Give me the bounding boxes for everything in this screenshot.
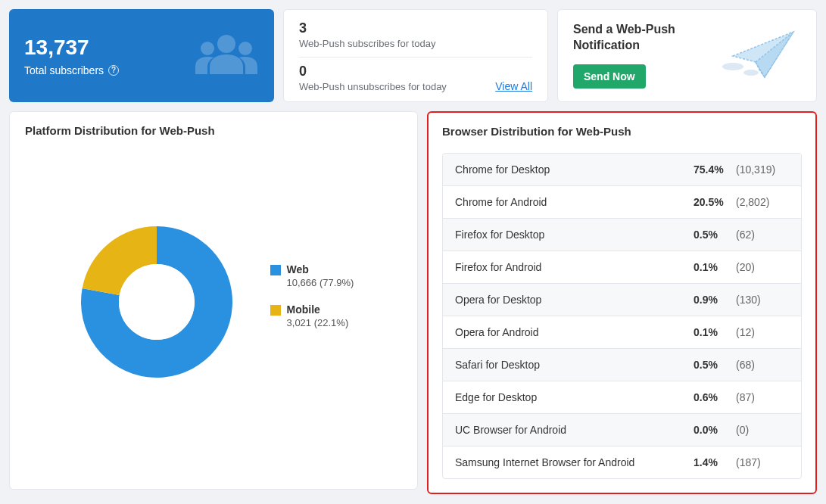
browser-row: Chrome for Desktop75.4%(10,319) (443, 154, 801, 186)
info-icon[interactable]: ? (108, 65, 119, 76)
browser-name: Opera for Android (455, 326, 694, 338)
browser-percent: 0.1% (694, 326, 736, 338)
send-notification-card: Send a Web-Push Notification Send Now (557, 9, 817, 102)
donut-chart (73, 219, 240, 388)
browser-row: Safari for Desktop0.5%(68) (443, 349, 801, 381)
today-stats-card: 3 Web-Push subscribes for today 0 Web-Pu… (283, 9, 548, 102)
browser-count: (187) (736, 456, 789, 468)
svg-point-3 (722, 63, 743, 70)
subscribes-today-label: Web-Push subscribes for today (299, 38, 532, 49)
subscribes-today-value: 3 (299, 20, 532, 36)
browser-percent: 1.4% (694, 456, 736, 468)
browser-count: (62) (736, 229, 789, 241)
legend-label: Web (287, 263, 354, 275)
browser-percent: 20.5% (694, 196, 736, 208)
browser-row: Firefox for Android0.1%(20) (443, 251, 801, 284)
platform-distribution-card: Platform Distribution for Web-Push (9, 111, 418, 490)
browser-row: Edge for Desktop0.6%(87) (443, 381, 801, 414)
browser-card-title: Browser Distribution for Web-Push (442, 125, 802, 138)
svg-point-1 (201, 42, 214, 55)
total-subscribers-card: 13,737 Total subscribers ? (9, 9, 274, 102)
browser-name: Safari for Desktop (455, 359, 694, 371)
browser-row: UC Browser for Android0.0%(0) (443, 414, 801, 446)
browser-name: Chrome for Android (455, 196, 694, 208)
legend-item-web: Web 10,666 (77.9%) (270, 263, 354, 288)
browser-percent: 0.5% (694, 359, 736, 371)
legend-swatch (270, 305, 281, 316)
browser-name: Chrome for Desktop (455, 163, 694, 176)
browser-percent: 0.9% (694, 294, 736, 306)
browser-count: (87) (736, 391, 789, 403)
browser-percent: 0.6% (694, 391, 736, 403)
legend-detail: 3,021 (22.1%) (287, 317, 349, 328)
unsubscribes-today-value: 0 (299, 64, 447, 79)
total-subscribers-label: Total subscribers (24, 64, 104, 76)
browser-row: Firefox for Desktop0.5%(62) (443, 219, 801, 251)
browser-count: (68) (736, 359, 789, 371)
svg-point-2 (238, 42, 252, 55)
browser-name: Firefox for Android (455, 261, 694, 273)
browser-row: Chrome for Android20.5%(2,802) (443, 186, 801, 219)
browser-count: (0) (736, 424, 789, 436)
browser-row: Opera for Android0.1%(12) (443, 316, 801, 349)
people-icon (192, 32, 260, 80)
browser-percent: 75.4% (694, 163, 736, 176)
browser-count: (2,802) (736, 196, 789, 208)
legend-swatch (270, 265, 281, 275)
chart-legend: Web 10,666 (77.9%) Mobile 3,021 (22.1%) (270, 263, 354, 344)
unsubscribes-today-label: Web-Push unsubscribes for today (299, 81, 447, 92)
svg-point-0 (217, 35, 235, 53)
platform-card-title: Platform Distribution for Web-Push (25, 124, 402, 137)
browser-percent: 0.0% (694, 424, 736, 436)
browser-percent: 0.1% (694, 261, 736, 273)
send-now-button[interactable]: Send Now (573, 64, 646, 89)
browser-count: (10,319) (736, 163, 789, 176)
paper-plane-icon (718, 24, 801, 88)
browser-name: Edge for Desktop (455, 391, 694, 403)
legend-detail: 10,666 (77.9%) (287, 277, 354, 288)
browser-percent: 0.5% (694, 229, 736, 241)
browser-name: Samsung Internet Browser for Android (455, 456, 694, 468)
browser-count: (130) (736, 294, 789, 306)
view-all-link[interactable]: View All (495, 80, 532, 92)
browser-name: Firefox for Desktop (455, 229, 694, 241)
browser-name: UC Browser for Android (455, 424, 694, 436)
browser-row: Opera for Desktop0.9%(130) (443, 284, 801, 316)
legend-label: Mobile (287, 303, 349, 316)
browser-distribution-card: Browser Distribution for Web-Push Chrome… (427, 111, 817, 494)
svg-point-4 (743, 70, 759, 76)
send-card-title: Send a Web-Push Notification (573, 22, 709, 54)
browser-count: (12) (736, 326, 789, 338)
browser-count: (20) (736, 261, 789, 273)
browser-name: Opera for Desktop (455, 294, 694, 306)
legend-item-mobile: Mobile 3,021 (22.1%) (270, 303, 354, 328)
browser-row: Samsung Internet Browser for Android1.4%… (443, 446, 801, 478)
browser-list: Chrome for Desktop75.4%(10,319)Chrome fo… (442, 153, 802, 479)
svg-point-5 (119, 264, 195, 340)
